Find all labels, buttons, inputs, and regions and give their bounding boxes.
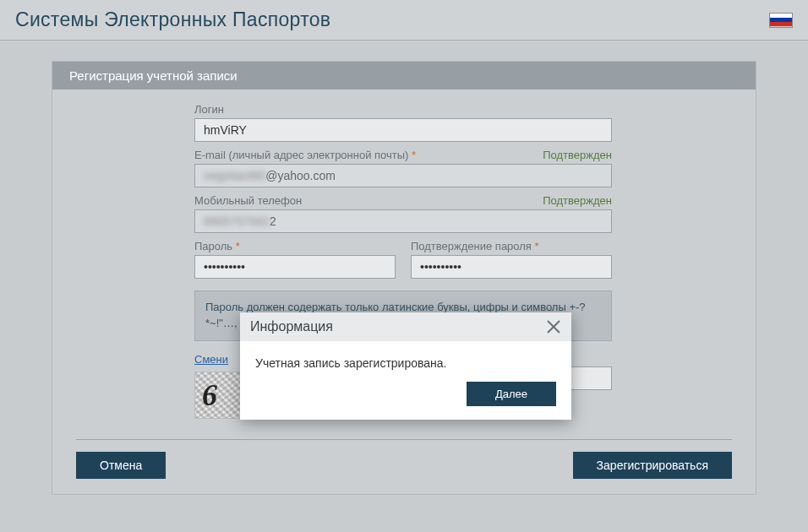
password-confirm-input[interactable] xyxy=(411,255,612,279)
form-area: Логин E-mail (личный адрес электронной п… xyxy=(52,90,756,494)
page-title: Системы Электронных Паспортов xyxy=(15,8,330,31)
phone-input[interactable]: 89057579422 xyxy=(194,209,612,233)
close-icon[interactable] xyxy=(546,319,561,334)
login-label: Логин xyxy=(194,103,612,116)
info-modal: Информация Учетная запись зарегистрирова… xyxy=(240,312,571,420)
panel-title: Регистрация учетной записи xyxy=(52,62,756,90)
registration-panel: Регистрация учетной записи Логин E-mail … xyxy=(52,61,756,495)
modal-message: Учетная запись зарегистрирована. xyxy=(240,341,571,382)
modal-title: Информация xyxy=(250,319,333,334)
captcha-refresh-link[interactable]: Смени xyxy=(194,353,228,366)
phone-confirmed-badge: Подтвержден xyxy=(543,194,612,207)
bottom-buttons: Отмена Зарегистрироваться xyxy=(52,440,756,494)
phone-label: Мобильный телефон Подтвержден xyxy=(194,194,612,207)
cancel-button[interactable]: Отмена xyxy=(76,452,166,479)
password-input[interactable] xyxy=(194,255,396,279)
password-confirm-label: Подтверждение пароля * xyxy=(411,240,612,252)
topbar: Системы Электронных Паспортов xyxy=(0,0,808,41)
login-input[interactable] xyxy=(194,118,612,142)
email-confirmed-badge: Подтвержден xyxy=(543,149,612,161)
email-label: E-mail (личный адрес электронной почты) … xyxy=(194,149,612,161)
modal-header: Информация xyxy=(240,312,571,341)
register-button[interactable]: Зарегистрироваться xyxy=(573,452,732,479)
email-input[interactable]: negotiant80@yahoo.com xyxy=(194,164,612,187)
password-label: Пароль * xyxy=(194,240,396,252)
next-button[interactable]: Далее xyxy=(467,382,556,406)
russia-flag-icon[interactable] xyxy=(769,13,793,28)
